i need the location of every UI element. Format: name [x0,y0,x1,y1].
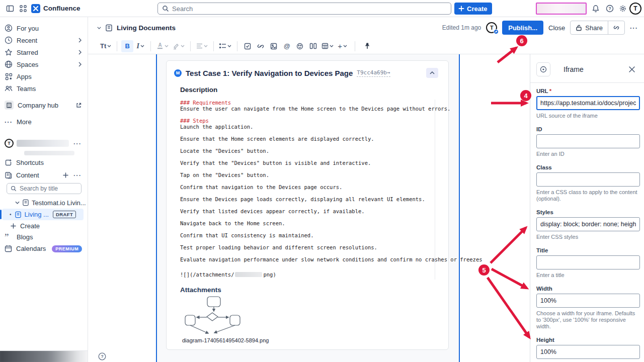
code-paragraph: Navigate back to the Home screen. [180,220,438,226]
close-panel-icon[interactable] [627,64,637,74]
tree-item-label: Living ... [25,211,49,218]
code-paragraph: Ensure the Devices page loads correctly,… [180,196,438,202]
notifications-bell-icon[interactable] [590,3,602,15]
sidebar-item-label: Spaces [17,61,38,68]
clock-icon [5,36,13,44]
sidebar-item-content[interactable]: Content ··· [0,169,88,180]
sidebar-item-blogs[interactable]: ” Blogs [0,231,88,243]
code-paragraph: Confirm that navigation to the Devices p… [180,184,438,190]
styles-input[interactable] [536,217,640,231]
code-line: Navigate back to the Home screen. [180,220,438,226]
sidebar-item-calendars[interactable]: Calendars PREMIUM [0,243,88,254]
align-button[interactable] [195,40,209,52]
redacted-space-name [17,140,69,147]
sidebar-item-apps[interactable]: Apps [0,70,88,82]
attachment-suffix: png) [263,272,276,278]
height-input[interactable] [536,345,640,359]
mention-button[interactable]: @ [281,40,293,52]
insert-link-icon[interactable] [255,40,267,52]
url-input[interactable] [536,96,640,110]
content-more-button[interactable]: ··· [73,171,82,179]
tree-item-parent[interactable]: Testomat.io Livin... [0,197,88,208]
sidebar-item-spaces[interactable]: Spaces [0,58,88,70]
code-line: Verify that the "Devices" button is visi… [180,160,438,166]
field-height: Height Choose a height for your iframe [536,337,640,362]
test-case-card: M Test Case 1: Verify Navigation to Devi… [166,60,449,350]
collapse-sidebar-icon[interactable] [4,3,16,15]
bold-button[interactable]: B [121,40,133,52]
field-label: Styles [536,209,640,215]
chevron-down-icon[interactable] [15,201,20,204]
code-line: Locate the "Devices" button. [180,148,438,154]
settings-gear-icon[interactable] [617,3,629,15]
star-icon [5,48,13,56]
extension-settings-button[interactable] [536,62,550,76]
insert-more-button[interactable]: + [336,40,349,52]
target-icon [540,66,547,73]
class-input[interactable] [536,172,640,187]
text-color-button[interactable]: A [155,40,170,52]
layout-columns-icon[interactable] [307,40,319,52]
description-heading: Description [180,86,438,94]
test-case-id-link[interactable]: T9cc4a69b→ [357,69,390,77]
sidebar-item-more[interactable]: ··· More [0,116,88,128]
field-width: Width Choose a width for your iframe. De… [536,286,640,330]
more-actions-button[interactable]: ··· [630,24,638,32]
redacted-region [536,3,587,15]
publish-button[interactable]: Publish... [502,21,543,35]
editor-toolbar: Tt B I A @ + [88,38,644,54]
space-more-button[interactable]: ··· [73,140,82,147]
emoji-icon[interactable] [294,40,306,52]
copy-link-icon[interactable] [608,21,624,34]
create-button[interactable]: Create [454,3,492,15]
tree-item-selected[interactable]: • Living ... DRAFT [2,209,84,220]
code-scrollbar[interactable] [435,100,435,280]
width-input[interactable] [536,294,640,308]
attachment-diagram-image[interactable] [183,296,249,336]
search-input[interactable] [172,5,447,13]
sidebar-item-shortcuts[interactable]: Shortcuts [0,157,88,168]
description-code-block[interactable]: ### RequirementsEnsure the user can navi… [180,100,438,278]
title-input[interactable] [536,255,640,269]
text-styles-button[interactable]: Tt [99,40,113,52]
tree-create-button[interactable]: Create [0,220,88,231]
id-input[interactable] [536,134,640,148]
field-label: Height [536,337,640,343]
product-name: Confluence [43,5,80,12]
sidebar-item-label: Starred [17,49,38,56]
code-line: Ensure the Devices page loads correctly,… [180,196,438,202]
sidebar-item-teams[interactable]: Teams [0,82,88,95]
task-checkbox-icon[interactable] [242,40,254,52]
share-button[interactable]: Share [571,21,608,34]
sidebar-item-for-you[interactable]: For you [0,22,88,34]
table-button[interactable] [320,40,335,52]
collapse-card-button[interactable] [426,68,438,78]
code-line: Ensure the user can navigate from the Ho… [180,106,438,112]
italic-button[interactable]: I [134,40,146,52]
app-switcher-icon[interactable] [17,3,29,15]
user-avatar[interactable]: T [629,3,641,15]
highlight-button[interactable] [171,40,186,52]
add-content-icon[interactable] [63,172,68,178]
breadcrumb-page-title[interactable]: Living Documents [117,24,176,32]
close-button[interactable]: Close [548,24,565,32]
selected-indicator [0,210,2,219]
plus-icon [11,223,16,229]
list-button[interactable] [218,40,233,52]
sidebar-search[interactable] [7,183,82,194]
editor-avatar[interactable]: T [486,22,497,33]
insert-image-icon[interactable] [268,40,280,52]
search-by-title-input[interactable] [20,185,75,192]
global-search[interactable] [157,3,451,15]
sidebar-item-starred[interactable]: Starred [0,46,88,58]
help-icon[interactable]: ? [604,3,616,15]
pin-toolbar-icon[interactable] [361,40,373,52]
sidebar-item-company-hub[interactable]: Company hub [0,99,88,111]
sidebar-item-recent[interactable]: Recent [0,34,88,46]
page-icon [105,24,113,32]
confluence-logo-icon[interactable] [31,4,40,13]
iframe-properties-panel: Iframe URL* URL source of the iframe ID … [530,54,644,362]
space-profile-row[interactable]: T ··· [0,137,88,149]
help-floating-icon[interactable]: ? [98,352,106,360]
chevron-down-icon[interactable] [97,27,101,29]
